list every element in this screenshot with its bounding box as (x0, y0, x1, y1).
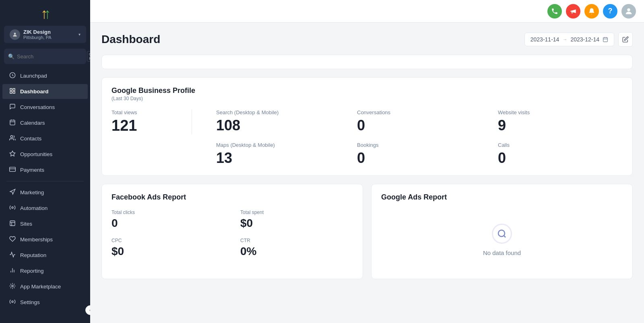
edit-button[interactable] (618, 32, 633, 47)
sidebar-item-sites[interactable]: Sites (2, 216, 88, 231)
sidebar-item-contacts[interactable]: Contacts (2, 131, 88, 146)
google-ads-title: Google Ads Report (381, 193, 623, 202)
workspace-name: ZIK Design (23, 29, 75, 35)
sidebar-item-label-marketing: Marketing (20, 189, 44, 195)
help-icon-button[interactable]: ? (603, 4, 617, 19)
workspace-info: ZIK Design Pittsburgh, PA (23, 29, 75, 40)
main-area: ? Dashboard 2023-11-14 → 2023-12-14 (90, 0, 644, 323)
search-input[interactable] (17, 53, 85, 60)
search-bar[interactable]: 🔍 ctrl K + (4, 49, 86, 64)
workspace-selector[interactable]: ZIK Design Pittsburgh, PA ▾ (4, 26, 86, 43)
sidebar-item-automation[interactable]: Automation (2, 201, 88, 216)
sidebar-item-label-payments: Payments (20, 167, 44, 173)
svg-rect-3 (13, 88, 15, 91)
nav-divider (6, 181, 84, 181)
sidebar-item-conversations[interactable]: Conversations (2, 100, 88, 115)
ads-stat-value: $0 (111, 245, 224, 258)
total-views-label: Total views (111, 109, 175, 115)
ads-stat-label: CTR (240, 238, 353, 243)
search-kbd: ctrl K (87, 51, 90, 62)
gbp-stats-grid: Search (Desktop & Mobile) 108 Conversati… (192, 109, 623, 167)
svg-rect-12 (10, 167, 16, 172)
gbp-stat-item: Conversations 0 (357, 109, 482, 134)
facebook-ads-title: Facebook Ads Report (111, 193, 353, 202)
facebook-ads-stats: Total clicks 0 Total spent $0 CPC $0 CTR… (111, 210, 353, 258)
stat-value: 108 (216, 117, 341, 134)
calendars-icon (9, 119, 16, 127)
search-icon: 🔍 (8, 53, 14, 60)
megaphone-icon-button[interactable] (566, 4, 580, 19)
sidebar-item-label-opportunities: Opportunities (20, 151, 52, 157)
stat-label: Conversations (357, 109, 482, 115)
sidebar-item-label-memberships: Memberships (20, 237, 53, 243)
date-range-picker[interactable]: 2023-11-14 → 2023-12-14 (524, 33, 614, 46)
sidebar-item-label-automation: Automation (20, 205, 47, 211)
date-end: 2023-12-14 (570, 36, 599, 43)
sites-icon (9, 220, 16, 228)
ads-stat-value: 0% (240, 245, 353, 258)
google-ads-card: Google Ads Report No data found (371, 184, 633, 279)
svg-point-10 (10, 136, 12, 138)
facebook-ads-stat-item: CPC $0 (111, 238, 224, 258)
opportunities-icon (9, 150, 16, 158)
topbar: ? (90, 0, 644, 23)
sidebar-item-marketing[interactable]: Marketing (2, 185, 88, 200)
date-arrow-icon: → (562, 37, 567, 42)
gbp-stat-item: Website visits 9 (498, 109, 623, 134)
workspace-avatar (10, 29, 20, 40)
sidebar-item-reputation[interactable]: Reputation (2, 248, 88, 263)
svg-marker-11 (10, 151, 15, 156)
ads-stat-label: Total clicks (111, 210, 224, 215)
sidebar-item-opportunities[interactable]: Opportunities (2, 147, 88, 162)
sidebar-item-label-reporting: Reporting (20, 268, 44, 274)
gbp-stat-item: Bookings 0 (357, 142, 482, 167)
svg-point-15 (12, 207, 13, 208)
settings-icon (9, 298, 16, 306)
conversations-icon (9, 103, 16, 111)
reputation-icon (9, 251, 16, 259)
sidebar-item-label-conversations: Conversations (20, 104, 55, 110)
sidebar-collapse-button[interactable]: ‹ (85, 305, 90, 315)
sidebar-item-label-dashboard: Dashboard (20, 88, 49, 95)
automation-icon (9, 204, 16, 212)
stat-label: Website visits (498, 109, 623, 115)
chevron-down-icon: ▾ (78, 32, 80, 37)
payments-icon (9, 166, 16, 174)
svg-rect-23 (603, 37, 608, 42)
sidebar-item-dashboard[interactable]: Dashboard (2, 84, 88, 99)
sidebar-item-calendars[interactable]: Calendars (2, 115, 88, 130)
svg-rect-2 (10, 88, 12, 91)
bottom-cards-row: Facebook Ads Report Total clicks 0 Total… (101, 184, 633, 279)
sidebar: ↑ ↑ ZIK Design Pittsburgh, PA ▾ 🔍 ctrl K… (0, 0, 90, 323)
svg-point-21 (12, 301, 13, 302)
user-avatar[interactable] (621, 4, 636, 19)
svg-point-0 (14, 33, 16, 35)
logo: ↑ ↑ (0, 0, 90, 26)
svg-rect-5 (13, 91, 15, 93)
ads-stat-value: $0 (240, 217, 353, 230)
stat-label: Bookings (357, 142, 482, 148)
svg-marker-14 (10, 189, 15, 194)
ads-stat-label: CPC (111, 238, 224, 243)
sidebar-item-label-app-marketplace: App Marketplace (20, 284, 61, 290)
stat-value: 0 (498, 150, 623, 167)
sidebar-item-memberships[interactable]: Memberships (2, 232, 88, 247)
page-header: Dashboard 2023-11-14 → 2023-12-14 (101, 32, 633, 47)
ads-stat-value: 0 (111, 217, 224, 230)
gbp-card-title: Google Business Profile (111, 86, 623, 95)
google-business-profile-card: Google Business Profile (Last 30 Days) T… (101, 77, 633, 176)
sidebar-item-settings[interactable]: Settings (2, 295, 88, 310)
sidebar-item-payments[interactable]: Payments (2, 163, 88, 177)
facebook-ads-stat-item: Total spent $0 (240, 210, 353, 230)
sidebar-item-reporting[interactable]: Reporting (2, 263, 88, 278)
bell-icon-button[interactable] (584, 4, 599, 19)
svg-rect-6 (10, 120, 15, 125)
total-views-value: 121 (111, 117, 175, 134)
facebook-ads-stat-item: CTR 0% (240, 238, 353, 258)
stat-label: Calls (498, 142, 623, 148)
sidebar-item-app-marketplace[interactable]: App Marketplace (2, 279, 88, 294)
phone-icon-button[interactable] (547, 4, 562, 19)
sidebar-item-launchpad[interactable]: Launchpad (2, 68, 88, 83)
marketing-icon (9, 189, 16, 196)
total-views-section: Total views 121 (111, 109, 192, 134)
